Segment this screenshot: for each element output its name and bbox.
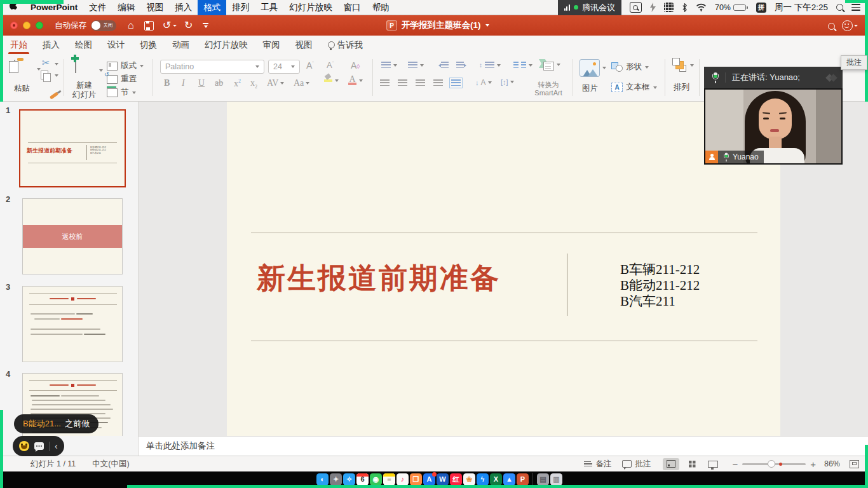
shapes-button[interactable]: 形状	[611, 62, 649, 72]
font-size-combo[interactable]: 24	[268, 60, 300, 74]
zoom-slider[interactable]	[742, 463, 806, 465]
dock-icon-launchpad[interactable]: ✦	[330, 473, 342, 485]
dock-icon-music[interactable]: ♪	[397, 473, 409, 485]
dock-icon-facetime[interactable]: ◉	[370, 473, 382, 485]
ribbon-tab-7[interactable]: 审阅	[255, 36, 288, 54]
dock-icon-books[interactable]: ❐	[410, 473, 422, 485]
ribbon-tab-2[interactable]: 绘图	[67, 36, 100, 54]
ribbon-tab-8[interactable]: 视图	[288, 36, 320, 54]
slideshow-view-button[interactable]	[705, 458, 721, 470]
menubar-item-2[interactable]: 视图	[140, 0, 169, 15]
numbering-button[interactable]	[408, 62, 424, 69]
picture-button[interactable]	[580, 59, 600, 79]
cut-dropdown[interactable]	[55, 63, 58, 65]
menubar-item-5[interactable]: 排列	[226, 0, 255, 15]
format-painter-button[interactable]	[50, 92, 58, 99]
zoom-slider-thumb[interactable]	[768, 460, 775, 468]
ribbon-tab-4[interactable]: 切换	[132, 36, 165, 54]
dock-icon-downloads[interactable]: ▤	[537, 473, 549, 485]
dock-icon-notes[interactable]: ≡	[383, 473, 395, 485]
arrange-dropdown[interactable]	[690, 64, 694, 67]
align-right-button[interactable]	[416, 79, 425, 86]
chat-preview-pill[interactable]: B能动21... 之前做	[14, 414, 98, 433]
align-center-button[interactable]	[398, 79, 407, 86]
menubar-item-8[interactable]: 窗口	[338, 0, 367, 15]
apple-menu[interactable]	[0, 0, 25, 15]
cut-button[interactable]: ✂	[42, 58, 50, 67]
menubar-item-9[interactable]: 帮助	[367, 0, 395, 15]
font-color-button[interactable]: A	[348, 76, 363, 85]
smartart-convert-button[interactable]	[539, 59, 560, 71]
notes-bar[interactable]: 单击此处添加备注	[139, 436, 868, 456]
dock-icon-thunder[interactable]: ϟ	[477, 473, 489, 485]
align-text-button[interactable]: [↕]	[501, 78, 514, 86]
undo-button[interactable]: ↺	[163, 20, 177, 30]
screenshot-tool-icon[interactable]	[630, 2, 642, 13]
increase-font-button[interactable]: Aˆ	[306, 60, 314, 71]
ribbon-tab-6[interactable]: 幻灯片放映	[197, 36, 255, 54]
section-button[interactable]: 节	[107, 87, 136, 98]
ribbon-tab-0[interactable]: 开始	[3, 36, 35, 54]
textbox-button[interactable]: A文本框	[611, 82, 657, 93]
line-spacing-button[interactable]: ↕	[479, 62, 501, 69]
meeting-menubar-chip[interactable]: 腾讯会议	[558, 0, 621, 15]
battery-indicator[interactable]: 70%	[715, 3, 748, 12]
picture-dropdown[interactable]	[602, 67, 606, 69]
comments-toggle-button[interactable]: 批注	[622, 459, 651, 470]
italic-button[interactable]: I	[182, 78, 185, 88]
tab-tellme[interactable]: 告诉我	[320, 36, 371, 54]
menubar-item-3[interactable]: 插入	[169, 0, 198, 15]
dock-icon-trash[interactable]: ▥	[550, 473, 562, 485]
justify-button[interactable]	[433, 79, 443, 86]
bolt-icon[interactable]	[650, 3, 656, 12]
thumbnail-3[interactable]	[22, 286, 123, 362]
titlebar-search-icon[interactable]: #titlebar .mag:after{background:#fff;}	[828, 21, 835, 32]
account-smiley-icon[interactable]	[842, 20, 858, 31]
change-case-button[interactable]: Aa	[294, 78, 309, 88]
menubar-item-7[interactable]: 幻灯片放映	[283, 0, 338, 15]
slide-title-text[interactable]: 新生报道前期准备	[257, 259, 501, 297]
document-title-group[interactable]: P 开学报到主题班会(1)	[386, 15, 489, 36]
paste-button[interactable]	[14, 60, 15, 72]
decrease-font-button[interactable]: Aˇ	[327, 60, 334, 70]
dock-icon-excel[interactable]: X	[490, 473, 502, 485]
emoji-reaction-button[interactable]	[19, 441, 29, 451]
notes-toggle-button[interactable]: 备注	[584, 459, 611, 470]
decrease-indent-button[interactable]	[438, 62, 449, 69]
copy-button[interactable]	[41, 71, 48, 79]
dock-icon-safari[interactable]: ✧	[343, 473, 355, 485]
dock-icon-calendar[interactable]: 6	[356, 473, 369, 485]
dock-icon-tencent-meeting[interactable]: ▲	[503, 473, 515, 485]
menubar-app-name[interactable]: PowerPoint	[25, 0, 83, 15]
autosave-toggle[interactable]: 关闭	[91, 20, 116, 31]
new-slide-dropdown[interactable]	[99, 69, 103, 72]
highlight-color-button[interactable]	[324, 79, 339, 82]
arrange-button[interactable]	[672, 58, 686, 74]
menubar-item-0[interactable]: 文件	[83, 0, 112, 15]
slide-sorter-view-button[interactable]	[684, 458, 700, 470]
minimize-window-button[interactable]	[23, 22, 31, 29]
layout-button[interactable]: 版式	[107, 60, 144, 71]
copy-dropdown[interactable]	[55, 74, 58, 77]
control-center-icon[interactable]	[851, 4, 860, 10]
participant-video[interactable]: Yuanao	[704, 88, 843, 165]
dock-icon-app-store[interactable]: A	[423, 473, 435, 485]
dock-icon-xiaohongshu[interactable]: 红	[450, 473, 462, 485]
bold-button[interactable]: B	[164, 78, 170, 88]
zoom-out-button[interactable]: −	[732, 459, 738, 470]
input-method-icon[interactable]: 拼	[756, 3, 766, 13]
zoom-in-button[interactable]: +	[810, 459, 816, 470]
bluetooth-icon[interactable]	[682, 3, 688, 12]
home-icon[interactable]: ⌂	[128, 20, 134, 30]
underline-button[interactable]: U	[198, 78, 205, 88]
font-name-combo[interactable]: Palatino	[160, 60, 264, 74]
grid-utility-icon[interactable]	[664, 3, 674, 12]
collapse-chevron-button[interactable]: ‹	[55, 442, 58, 451]
zoom-window-button[interactable]	[36, 22, 43, 29]
increase-indent-button[interactable]	[456, 62, 466, 69]
new-slide-button[interactable]	[75, 62, 76, 73]
fit-slide-button[interactable]	[850, 460, 859, 468]
columns-button[interactable]	[513, 62, 532, 69]
text-direction-button[interactable]: ↓A	[475, 78, 492, 87]
dock-icon-photos[interactable]: ❀	[463, 473, 475, 485]
